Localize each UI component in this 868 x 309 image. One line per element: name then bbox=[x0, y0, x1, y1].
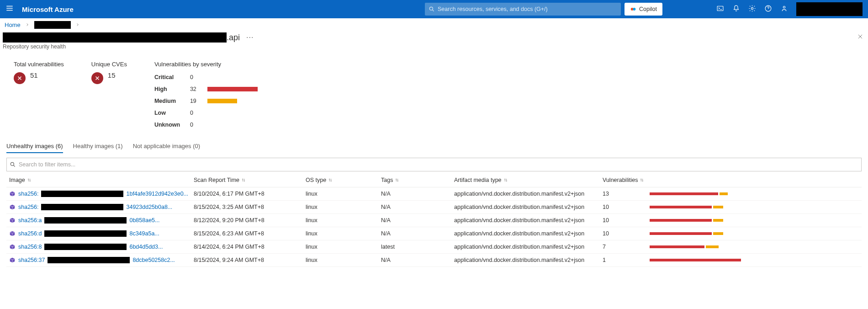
error-icon bbox=[14, 72, 26, 84]
tab-not-applicable[interactable]: Not applicable images (0) bbox=[133, 140, 200, 153]
redacted bbox=[44, 244, 127, 250]
sort-icon bbox=[241, 178, 246, 182]
table-row[interactable]: sha256:34923dd25b0a8...8/15/2024, 3:25 A… bbox=[6, 201, 862, 214]
col-header-media[interactable]: Artifact media type bbox=[451, 172, 600, 187]
sev-count: 0 bbox=[190, 74, 199, 80]
image-digest-link[interactable]: sha256:d bbox=[18, 230, 42, 237]
col-header-image[interactable]: Image bbox=[6, 172, 191, 187]
svg-point-7 bbox=[11, 162, 14, 165]
cell-os: linux bbox=[303, 240, 378, 254]
cell-vuln-count: 13 bbox=[600, 187, 647, 201]
card-unique-cves: Unique CVEs 15 bbox=[91, 61, 127, 131]
table-row[interactable]: sha256:a0b858ae5...8/12/2024, 9:20 PM GM… bbox=[6, 214, 862, 227]
page-title-row: .api ··· bbox=[0, 32, 868, 43]
image-digest-link[interactable]: sha256: bbox=[18, 204, 38, 210]
image-digest-suffix[interactable]: 8dcbe50258c2... bbox=[132, 257, 175, 263]
cell-vuln-count: 10 bbox=[600, 227, 647, 240]
cell-media: application/vnd.docker.distribution.mani… bbox=[451, 214, 600, 227]
sev-name: High bbox=[154, 86, 182, 92]
filter-input[interactable] bbox=[19, 161, 858, 168]
vuln-bar bbox=[650, 245, 768, 248]
col-header-vuln[interactable]: Vulnerabilities bbox=[600, 172, 647, 187]
image-digest-link[interactable]: sha256:a bbox=[18, 217, 42, 224]
menu-icon[interactable] bbox=[5, 4, 14, 14]
card-total-vuln: Total vulnerabilities 51 bbox=[14, 61, 64, 131]
feedback-icon[interactable] bbox=[780, 5, 788, 14]
image-digest-suffix[interactable]: 6bd4d5dd3... bbox=[129, 244, 163, 250]
sort-icon bbox=[395, 178, 399, 182]
card-severity: Vulnerabilities by severity Critical 0 H… bbox=[154, 61, 258, 131]
sort-icon bbox=[640, 178, 644, 182]
help-icon[interactable] bbox=[764, 5, 772, 14]
svg-point-6 bbox=[783, 6, 785, 8]
cell-vuln-count: 10 bbox=[600, 201, 647, 214]
table-row[interactable]: sha256:86bd4d5dd3...8/14/2024, 6:24 PM G… bbox=[6, 240, 862, 254]
page-subtitle: Repository security health bbox=[0, 43, 868, 56]
card-total-vuln-value: 51 bbox=[30, 71, 38, 79]
cell-scan-time: 8/15/2024, 3:25 AM GMT+8 bbox=[191, 201, 303, 214]
tab-unhealthy[interactable]: Unhealthy images (6) bbox=[6, 140, 63, 153]
filter-bar[interactable] bbox=[6, 158, 862, 171]
container-image-icon bbox=[9, 230, 16, 237]
copilot-button[interactable]: Copilot bbox=[625, 3, 662, 16]
sev-count: 19 bbox=[190, 98, 199, 104]
close-blade-button[interactable] bbox=[857, 33, 863, 42]
col-header-scan-time[interactable]: Scan Report Time bbox=[191, 172, 303, 187]
breadcrumb-home[interactable]: Home bbox=[5, 21, 21, 28]
cell-scan-time: 8/14/2024, 6:24 PM GMT+8 bbox=[191, 240, 303, 254]
account-area[interactable] bbox=[796, 2, 863, 16]
table-row[interactable]: sha256:378dcbe50258c2...8/15/2024, 9:24 … bbox=[6, 254, 862, 267]
global-search[interactable] bbox=[425, 3, 621, 16]
cell-scan-time: 8/12/2024, 9:20 PM GMT+8 bbox=[191, 214, 303, 227]
cell-scan-time: 8/15/2024, 6:23 AM GMT+8 bbox=[191, 227, 303, 240]
table-row[interactable]: sha256:d8c349a5a...8/15/2024, 6:23 AM GM… bbox=[6, 227, 862, 240]
sev-count: 0 bbox=[190, 122, 199, 128]
image-digest-suffix[interactable]: 0b858ae5... bbox=[129, 217, 159, 224]
card-total-vuln-label: Total vulnerabilities bbox=[14, 61, 64, 68]
image-digest-suffix[interactable]: 1bf4afe3912d942e3e0... bbox=[126, 191, 188, 197]
cell-tags: N/A bbox=[378, 254, 451, 267]
more-actions-button[interactable]: ··· bbox=[246, 33, 254, 42]
breadcrumb-item-redacted[interactable] bbox=[34, 21, 71, 29]
sev-row-unknown: Unknown 0 bbox=[154, 119, 258, 131]
svg-rect-3 bbox=[717, 6, 723, 11]
image-digest-link[interactable]: sha256:37 bbox=[18, 257, 45, 263]
svg-point-4 bbox=[751, 7, 753, 9]
card-unique-cves-label: Unique CVEs bbox=[91, 61, 127, 68]
cell-vuln-count: 10 bbox=[600, 214, 647, 227]
sev-row-high: High 32 bbox=[154, 83, 258, 95]
notifications-icon[interactable] bbox=[732, 5, 740, 14]
image-digest-suffix[interactable]: 8c349a5a... bbox=[129, 230, 159, 237]
sev-name: Low bbox=[154, 110, 182, 116]
sev-bar bbox=[207, 87, 258, 91]
image-digest-link[interactable]: sha256:8 bbox=[18, 244, 42, 250]
container-image-icon bbox=[9, 204, 16, 210]
tab-healthy[interactable]: Healthy images (1) bbox=[73, 140, 123, 153]
topbar: Microsoft Azure Copilot bbox=[0, 0, 868, 18]
settings-icon[interactable] bbox=[748, 5, 756, 14]
image-digest-suffix[interactable]: 34923dd25b0a8... bbox=[126, 204, 172, 210]
sev-row-critical: Critical 0 bbox=[154, 71, 258, 83]
vuln-bar bbox=[650, 206, 768, 208]
cloud-shell-icon[interactable] bbox=[716, 5, 724, 14]
sev-count: 0 bbox=[190, 110, 199, 116]
cell-scan-time: 8/15/2024, 9:24 AM GMT+8 bbox=[191, 254, 303, 267]
image-digest-link[interactable]: sha256: bbox=[18, 191, 38, 197]
global-search-input[interactable] bbox=[438, 6, 617, 12]
page-title-redacted bbox=[3, 32, 227, 43]
col-header-os[interactable]: OS type bbox=[303, 172, 378, 187]
svg-point-0 bbox=[429, 7, 433, 10]
sev-name: Unknown bbox=[154, 122, 182, 128]
redacted bbox=[41, 204, 123, 210]
card-unique-cves-value: 15 bbox=[108, 71, 116, 79]
container-image-icon bbox=[9, 191, 16, 197]
container-image-icon bbox=[9, 217, 16, 224]
card-severity-label: Vulnerabilities by severity bbox=[154, 61, 258, 68]
table-row[interactable]: sha256:1bf4afe3912d942e3e0...8/10/2024, … bbox=[6, 187, 862, 201]
chevron-right-icon bbox=[75, 21, 80, 28]
cell-os: linux bbox=[303, 254, 378, 267]
summary-row: Total vulnerabilities 51 Unique CVEs 15 … bbox=[0, 56, 868, 140]
svg-point-2 bbox=[633, 8, 635, 11]
breadcrumb: Home bbox=[0, 18, 868, 32]
col-header-tags[interactable]: Tags bbox=[378, 172, 451, 187]
